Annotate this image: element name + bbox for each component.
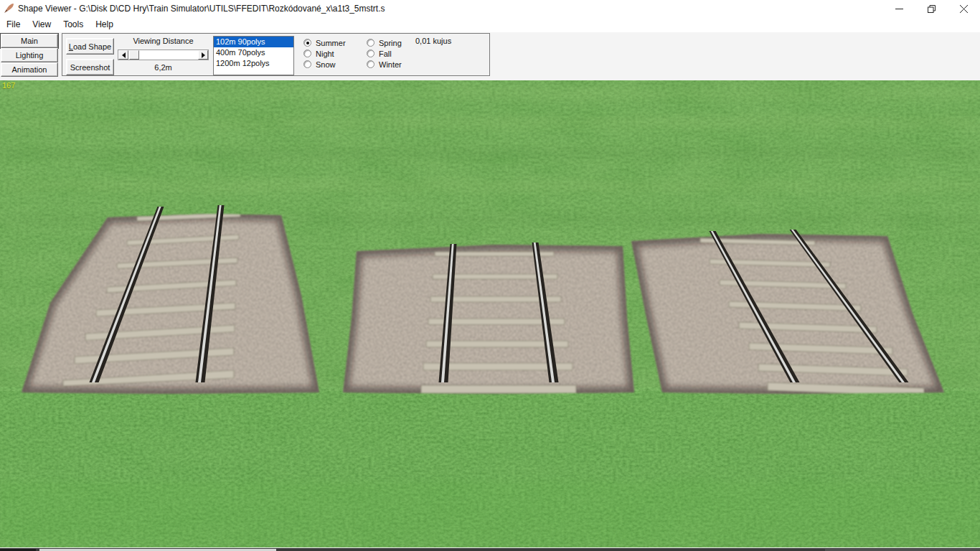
arrow-left-icon xyxy=(119,52,126,58)
menu-file[interactable]: File xyxy=(1,18,27,32)
radio-winter-circle[interactable] xyxy=(367,60,374,68)
viewing-distance-label: Viewing Distance xyxy=(118,37,209,45)
lod-listbox[interactable]: 102m 90polys 400m 70polys 1200m 12polys xyxy=(213,36,294,75)
tab-lighting[interactable]: Lighting xyxy=(1,48,58,62)
minimize-button[interactable] xyxy=(883,0,915,17)
radio-summer-circle[interactable] xyxy=(303,39,311,47)
scroll-left-button[interactable] xyxy=(118,50,128,60)
minimize-icon xyxy=(895,5,903,13)
arrow-right-icon xyxy=(202,52,208,58)
screenshot-button[interactable]: Screenshot xyxy=(66,59,114,75)
titlebar: Shape Viewer - G:\Disk D\CD Hry\Train Si… xyxy=(0,0,980,17)
scene-canvas xyxy=(0,80,980,547)
tab-animation[interactable]: Animation xyxy=(1,62,58,77)
radio-summer[interactable]: Summer xyxy=(299,38,346,47)
radio-snow-circle[interactable] xyxy=(303,60,311,68)
restore-icon xyxy=(928,5,936,13)
menubar: File View Tools Help xyxy=(0,17,980,32)
radio-night-circle[interactable] xyxy=(303,50,311,57)
viewport-3d[interactable]: 167 xyxy=(0,80,980,547)
menu-tools[interactable]: Tools xyxy=(58,18,90,32)
restore-button[interactable] xyxy=(915,0,948,17)
viewing-distance-scrollbar[interactable] xyxy=(118,50,209,60)
viewing-distance-value: 6,2m xyxy=(118,63,209,72)
close-icon xyxy=(960,5,968,13)
scrollbar-track[interactable] xyxy=(128,50,198,60)
app-icon xyxy=(3,3,14,14)
lod-item-2[interactable]: 1200m 12polys xyxy=(214,58,293,69)
tab-main[interactable]: Main xyxy=(1,34,58,48)
lod-item-0[interactable]: 102m 90polys xyxy=(214,37,293,47)
scrollbar-thumb[interactable] xyxy=(129,50,139,60)
frame-counter: 167 xyxy=(2,81,15,90)
menu-help[interactable]: Help xyxy=(90,18,121,32)
app-window: Shape Viewer - G:\Disk D\CD Hry\Train Si… xyxy=(0,0,980,551)
load-shape-button[interactable]: Load Shape xyxy=(66,38,114,55)
radio-spring-circle[interactable] xyxy=(367,39,374,47)
taskbar-strip[interactable] xyxy=(0,547,980,551)
radio-winter[interactable]: Winter xyxy=(362,60,402,69)
close-button[interactable] xyxy=(948,0,980,17)
radio-spring[interactable]: Spring xyxy=(362,38,402,47)
radio-snow[interactable]: Snow xyxy=(299,60,336,69)
main-panel-frame: Load Shape Screenshot Viewing Distance 6… xyxy=(62,33,490,76)
scroll-right-button[interactable] xyxy=(198,50,208,60)
scale-status-value: 0,01 kujus xyxy=(415,37,451,45)
track-middle xyxy=(337,240,642,399)
window-title: Shape Viewer - G:\Disk D\CD Hry\Train Si… xyxy=(18,4,385,14)
menu-view[interactable]: View xyxy=(27,18,58,32)
load-shape-label: Load Shape xyxy=(69,42,111,51)
lod-item-1[interactable]: 400m 70polys xyxy=(214,47,293,58)
radio-fall[interactable]: Fall xyxy=(362,49,392,58)
radio-night[interactable]: Night xyxy=(299,49,334,58)
radio-fall-circle[interactable] xyxy=(367,50,374,57)
window-controls xyxy=(883,0,980,17)
toolbar: Main Lighting Animation Load Shape Scree… xyxy=(0,32,980,80)
